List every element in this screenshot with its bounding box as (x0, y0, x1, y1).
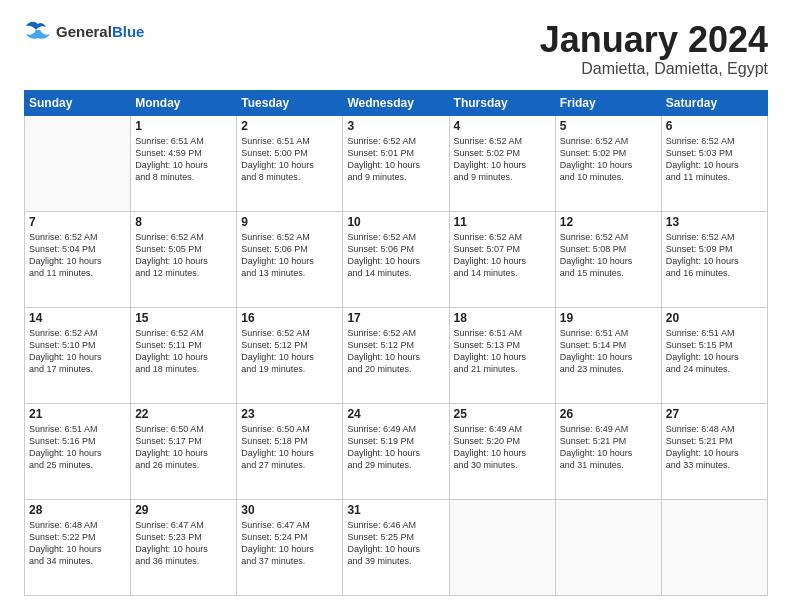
day-number: 9 (241, 215, 338, 229)
title-month: January 2024 (540, 20, 768, 60)
day-info: Sunrise: 6:52 AMSunset: 5:04 PMDaylight:… (29, 231, 126, 280)
day-number: 19 (560, 311, 657, 325)
day-info: Sunrise: 6:50 AMSunset: 5:17 PMDaylight:… (135, 423, 232, 472)
day-number: 12 (560, 215, 657, 229)
weekday-header-row: SundayMondayTuesdayWednesdayThursdayFrid… (25, 90, 768, 115)
day-number: 14 (29, 311, 126, 325)
calendar-cell: 18Sunrise: 6:51 AMSunset: 5:13 PMDayligh… (449, 307, 555, 403)
day-info: Sunrise: 6:47 AMSunset: 5:23 PMDaylight:… (135, 519, 232, 568)
calendar-cell: 26Sunrise: 6:49 AMSunset: 5:21 PMDayligh… (555, 403, 661, 499)
calendar-cell: 3Sunrise: 6:52 AMSunset: 5:01 PMDaylight… (343, 115, 449, 211)
calendar-cell: 23Sunrise: 6:50 AMSunset: 5:18 PMDayligh… (237, 403, 343, 499)
day-info: Sunrise: 6:48 AMSunset: 5:21 PMDaylight:… (666, 423, 763, 472)
day-number: 4 (454, 119, 551, 133)
calendar-cell: 21Sunrise: 6:51 AMSunset: 5:16 PMDayligh… (25, 403, 131, 499)
week-row-5: 28Sunrise: 6:48 AMSunset: 5:22 PMDayligh… (25, 499, 768, 595)
day-number: 1 (135, 119, 232, 133)
day-info: Sunrise: 6:48 AMSunset: 5:22 PMDaylight:… (29, 519, 126, 568)
calendar-cell: 6Sunrise: 6:52 AMSunset: 5:03 PMDaylight… (661, 115, 767, 211)
title-location: Damietta, Damietta, Egypt (540, 60, 768, 78)
day-number: 7 (29, 215, 126, 229)
day-info: Sunrise: 6:52 AMSunset: 5:12 PMDaylight:… (347, 327, 444, 376)
title-block: January 2024 Damietta, Damietta, Egypt (540, 20, 768, 78)
calendar-cell: 9Sunrise: 6:52 AMSunset: 5:06 PMDaylight… (237, 211, 343, 307)
day-number: 24 (347, 407, 444, 421)
day-info: Sunrise: 6:52 AMSunset: 5:02 PMDaylight:… (560, 135, 657, 184)
calendar-table: SundayMondayTuesdayWednesdayThursdayFrid… (24, 90, 768, 596)
calendar-cell: 25Sunrise: 6:49 AMSunset: 5:20 PMDayligh… (449, 403, 555, 499)
day-info: Sunrise: 6:51 AMSunset: 5:16 PMDaylight:… (29, 423, 126, 472)
day-info: Sunrise: 6:49 AMSunset: 5:19 PMDaylight:… (347, 423, 444, 472)
day-number: 23 (241, 407, 338, 421)
calendar-cell: 14Sunrise: 6:52 AMSunset: 5:10 PMDayligh… (25, 307, 131, 403)
calendar-cell: 29Sunrise: 6:47 AMSunset: 5:23 PMDayligh… (131, 499, 237, 595)
week-row-2: 7Sunrise: 6:52 AMSunset: 5:04 PMDaylight… (25, 211, 768, 307)
day-number: 22 (135, 407, 232, 421)
calendar-cell: 30Sunrise: 6:47 AMSunset: 5:24 PMDayligh… (237, 499, 343, 595)
weekday-header-wednesday: Wednesday (343, 90, 449, 115)
day-number: 29 (135, 503, 232, 517)
week-row-3: 14Sunrise: 6:52 AMSunset: 5:10 PMDayligh… (25, 307, 768, 403)
day-info: Sunrise: 6:52 AMSunset: 5:06 PMDaylight:… (241, 231, 338, 280)
logo-blue: Blue (112, 23, 145, 40)
day-info: Sunrise: 6:51 AMSunset: 4:59 PMDaylight:… (135, 135, 232, 184)
calendar-cell: 1Sunrise: 6:51 AMSunset: 4:59 PMDaylight… (131, 115, 237, 211)
day-info: Sunrise: 6:52 AMSunset: 5:01 PMDaylight:… (347, 135, 444, 184)
week-row-1: 1Sunrise: 6:51 AMSunset: 4:59 PMDaylight… (25, 115, 768, 211)
calendar-cell: 27Sunrise: 6:48 AMSunset: 5:21 PMDayligh… (661, 403, 767, 499)
calendar-cell (555, 499, 661, 595)
day-number: 13 (666, 215, 763, 229)
weekday-header-friday: Friday (555, 90, 661, 115)
day-number: 10 (347, 215, 444, 229)
day-info: Sunrise: 6:52 AMSunset: 5:05 PMDaylight:… (135, 231, 232, 280)
day-info: Sunrise: 6:49 AMSunset: 5:20 PMDaylight:… (454, 423, 551, 472)
calendar-cell: 5Sunrise: 6:52 AMSunset: 5:02 PMDaylight… (555, 115, 661, 211)
day-info: Sunrise: 6:49 AMSunset: 5:21 PMDaylight:… (560, 423, 657, 472)
day-number: 18 (454, 311, 551, 325)
day-number: 6 (666, 119, 763, 133)
day-number: 27 (666, 407, 763, 421)
day-info: Sunrise: 6:52 AMSunset: 5:06 PMDaylight:… (347, 231, 444, 280)
calendar-cell: 8Sunrise: 6:52 AMSunset: 5:05 PMDaylight… (131, 211, 237, 307)
day-info: Sunrise: 6:52 AMSunset: 5:10 PMDaylight:… (29, 327, 126, 376)
day-number: 15 (135, 311, 232, 325)
calendar-cell: 7Sunrise: 6:52 AMSunset: 5:04 PMDaylight… (25, 211, 131, 307)
weekday-header-thursday: Thursday (449, 90, 555, 115)
calendar-cell: 16Sunrise: 6:52 AMSunset: 5:12 PMDayligh… (237, 307, 343, 403)
day-info: Sunrise: 6:52 AMSunset: 5:12 PMDaylight:… (241, 327, 338, 376)
day-number: 5 (560, 119, 657, 133)
day-number: 2 (241, 119, 338, 133)
calendar-cell: 20Sunrise: 6:51 AMSunset: 5:15 PMDayligh… (661, 307, 767, 403)
day-info: Sunrise: 6:47 AMSunset: 5:24 PMDaylight:… (241, 519, 338, 568)
logo-text: GeneralBlue (56, 24, 144, 41)
day-info: Sunrise: 6:50 AMSunset: 5:18 PMDaylight:… (241, 423, 338, 472)
day-number: 17 (347, 311, 444, 325)
weekday-header-saturday: Saturday (661, 90, 767, 115)
day-number: 30 (241, 503, 338, 517)
day-info: Sunrise: 6:46 AMSunset: 5:25 PMDaylight:… (347, 519, 444, 568)
header: GeneralBlue January 2024 Damietta, Damie… (24, 20, 768, 78)
day-info: Sunrise: 6:52 AMSunset: 5:07 PMDaylight:… (454, 231, 551, 280)
day-number: 26 (560, 407, 657, 421)
calendar-cell: 13Sunrise: 6:52 AMSunset: 5:09 PMDayligh… (661, 211, 767, 307)
day-info: Sunrise: 6:51 AMSunset: 5:14 PMDaylight:… (560, 327, 657, 376)
calendar-cell: 17Sunrise: 6:52 AMSunset: 5:12 PMDayligh… (343, 307, 449, 403)
calendar-cell: 4Sunrise: 6:52 AMSunset: 5:02 PMDaylight… (449, 115, 555, 211)
day-number: 16 (241, 311, 338, 325)
day-number: 20 (666, 311, 763, 325)
day-info: Sunrise: 6:52 AMSunset: 5:09 PMDaylight:… (666, 231, 763, 280)
day-number: 25 (454, 407, 551, 421)
calendar-cell (25, 115, 131, 211)
day-number: 8 (135, 215, 232, 229)
day-info: Sunrise: 6:51 AMSunset: 5:15 PMDaylight:… (666, 327, 763, 376)
day-number: 11 (454, 215, 551, 229)
calendar-cell (449, 499, 555, 595)
calendar-cell: 12Sunrise: 6:52 AMSunset: 5:08 PMDayligh… (555, 211, 661, 307)
day-info: Sunrise: 6:51 AMSunset: 5:00 PMDaylight:… (241, 135, 338, 184)
logo: GeneralBlue (24, 20, 144, 44)
day-info: Sunrise: 6:52 AMSunset: 5:08 PMDaylight:… (560, 231, 657, 280)
day-info: Sunrise: 6:52 AMSunset: 5:02 PMDaylight:… (454, 135, 551, 184)
calendar-cell: 31Sunrise: 6:46 AMSunset: 5:25 PMDayligh… (343, 499, 449, 595)
logo-general: General (56, 23, 112, 40)
day-info: Sunrise: 6:52 AMSunset: 5:11 PMDaylight:… (135, 327, 232, 376)
